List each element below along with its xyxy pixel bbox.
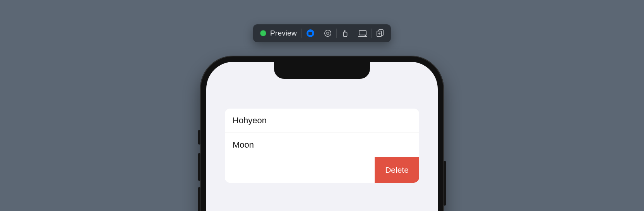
live-preview-button[interactable] <box>302 27 319 40</box>
preview-label: Preview <box>270 29 297 37</box>
list-card: Hohyeon Moon Delete <box>225 109 419 183</box>
selectable-icon <box>324 29 332 37</box>
mute-switch-icon <box>198 130 200 145</box>
delete-button-label: Delete <box>385 165 409 175</box>
svg-rect-3 <box>359 31 366 35</box>
preview-toolbar: Preview <box>253 24 391 42</box>
phone-frame: Hohyeon Moon Delete <box>200 56 444 211</box>
selectable-button[interactable] <box>319 27 336 40</box>
notch-icon <box>274 62 370 79</box>
preview-status-section: Preview <box>255 24 301 42</box>
list-item-label: Moon <box>233 140 254 150</box>
live-preview-icon <box>307 29 314 37</box>
volume-up-icon <box>198 153 200 181</box>
list-item-label: Hohyeon <box>233 116 267 125</box>
list-item[interactable]: Moon <box>225 133 419 157</box>
duplicate-preview-button[interactable] <box>372 27 389 40</box>
rotate-button[interactable] <box>337 27 354 40</box>
list-item[interactable]: Hohyeon <box>225 109 419 133</box>
list-item-swiped[interactable]: Delete <box>225 157 419 183</box>
svg-rect-2 <box>343 32 347 36</box>
device-settings-icon <box>358 29 368 37</box>
svg-point-0 <box>325 30 331 37</box>
rotate-icon <box>341 29 349 37</box>
duplicate-preview-icon <box>376 29 384 37</box>
phone-screen: Hohyeon Moon Delete <box>206 62 438 211</box>
power-button-icon <box>444 161 446 206</box>
svg-point-5 <box>365 35 366 36</box>
svg-rect-1 <box>327 32 329 34</box>
volume-down-icon <box>198 187 200 211</box>
device-settings-button[interactable] <box>354 27 371 40</box>
delete-button[interactable]: Delete <box>375 157 419 183</box>
status-dot-icon <box>260 30 266 36</box>
